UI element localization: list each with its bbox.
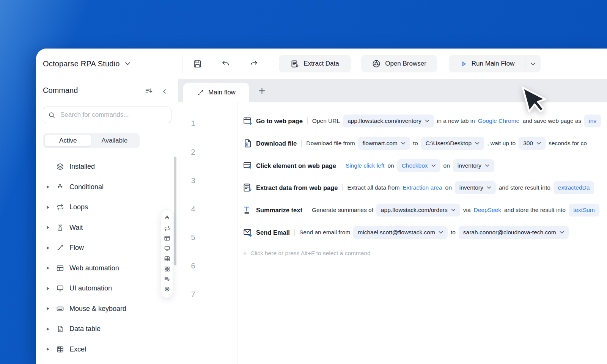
step-text: in a new tab in [437, 118, 475, 124]
task-list-icon[interactable] [164, 276, 170, 282]
extract-data-button[interactable]: Extract Data [279, 55, 351, 72]
step-text: on [443, 162, 450, 169]
browser-link[interactable]: Google Chrome [478, 118, 519, 124]
chevron-down-icon [431, 164, 436, 167]
source-dropdown[interactable]: app.flowstack.com/orders [376, 204, 460, 217]
save-button[interactable] [192, 58, 203, 69]
plus-icon: + [243, 249, 247, 257]
destination-dropdown[interactable]: C:\Users\Desktop [421, 137, 484, 150]
caret-right-icon[interactable] [46, 266, 50, 270]
step-label: Send Email [256, 229, 290, 236]
tab-available[interactable]: Available [91, 135, 138, 146]
header-divider [182, 55, 182, 72]
sidebar-item-flow[interactable]: Flow [36, 238, 178, 258]
caret-right-icon[interactable] [46, 225, 50, 230]
command-list: Installed Conditional Loops Wait Flow [36, 157, 178, 359]
caret-right-icon[interactable] [46, 286, 50, 291]
excel-icon[interactable] [164, 256, 170, 262]
caret-right-icon[interactable] [46, 185, 50, 189]
step-divider [294, 229, 295, 236]
variable-dropdown[interactable]: textSum [569, 204, 599, 217]
caret-right-icon[interactable] [46, 327, 50, 331]
caret-right-icon[interactable] [46, 347, 50, 351]
step-text: Open URL [312, 118, 340, 124]
element-dropdown[interactable]: Checkbox [397, 159, 440, 172]
chrome-icon [372, 59, 381, 68]
run-main-flow-button[interactable]: Run Main Flow [449, 55, 525, 72]
gutter-divider [237, 102, 237, 364]
sidebar-item-wait[interactable]: Wait [36, 218, 178, 238]
data-table-icon [56, 325, 64, 333]
dropdown-value: sarah.connor@cloudnova-tech.com [463, 229, 556, 236]
sidebar-item-ui-automation[interactable]: UI automation [36, 278, 178, 299]
from-email-dropdown[interactable]: michael.scott@flowstack.com [353, 226, 448, 239]
wait-icon [56, 224, 64, 232]
source-dropdown[interactable]: flowmart.com [358, 137, 410, 150]
step-label: Go to web page [256, 118, 303, 125]
ui-automation-icon[interactable] [164, 245, 170, 252]
page-dropdown[interactable]: inventory [453, 159, 494, 172]
flow-step-summarize-text[interactable]: Summarize text Generate summaries of app… [243, 202, 599, 218]
undo-button[interactable] [220, 58, 231, 69]
web-automation-icon [56, 264, 64, 272]
conditional-icon[interactable] [164, 215, 170, 221]
sidebar-item-data-table[interactable]: Data table [36, 319, 178, 339]
ui-automation-icon [56, 284, 64, 292]
step-text: on [445, 184, 452, 191]
variable-dropdown[interactable]: inv [584, 115, 601, 127]
caret-right-icon[interactable] [46, 246, 50, 250]
collapse-sidebar-button[interactable] [161, 88, 168, 95]
web-automation-icon[interactable] [164, 235, 170, 242]
sidebar-scrollbar[interactable] [174, 157, 176, 265]
caret-right-icon[interactable] [46, 205, 50, 210]
open-browser-button[interactable]: Open Browser [361, 55, 437, 72]
apps-grid-icon[interactable] [164, 266, 170, 272]
tab-main-flow-label: Main flow [208, 89, 236, 96]
command-search[interactable] [43, 107, 171, 123]
chevron-down-icon [485, 164, 489, 167]
variable-dropdown[interactable]: extractedDa [554, 181, 594, 194]
caret-right-icon[interactable] [46, 306, 50, 311]
dropdown-value: 300 [523, 140, 533, 147]
model-link[interactable]: DeepSeek [474, 207, 501, 213]
search-icon [48, 111, 56, 119]
step-label: Click element on web page [256, 162, 336, 169]
flow-step-go-to-web-page[interactable]: Go to web page Open URL app.flowstack.co… [243, 113, 601, 129]
flow-step-extract-data[interactable]: Extract data from web page Extract all d… [243, 180, 594, 195]
sidebar-item-conditional[interactable]: Conditional [36, 177, 178, 198]
extraction-area-link[interactable]: Extraction area [403, 184, 442, 191]
step-divider [301, 140, 302, 147]
step-text: and store the result into [504, 207, 566, 213]
timeout-dropdown[interactable]: 300 [519, 137, 546, 150]
flow-step-click-element[interactable]: Click element on web page Single click l… [243, 158, 494, 173]
flow-step-download-file[interactable]: Download file Download file from flowmar… [243, 136, 587, 151]
loops-icon[interactable] [164, 225, 170, 232]
step-divider [307, 118, 308, 124]
redo-button[interactable] [248, 58, 259, 69]
tab-active[interactable]: Active [45, 135, 91, 146]
sidebar-item-loops[interactable]: Loops [36, 197, 178, 218]
search-input[interactable] [60, 111, 167, 119]
add-command-hint[interactable]: + Click here or press Alt+F to select a … [243, 249, 371, 257]
sidebar-item-label: Web automation [69, 264, 119, 272]
step-text: Extract all data from [347, 184, 399, 191]
sidebar-item-mouse-keyboard[interactable]: Mouse & keyboard [36, 299, 178, 319]
row-number: 3 [178, 176, 208, 185]
sort-button[interactable] [145, 87, 154, 96]
ai-icon[interactable] [164, 286, 170, 292]
app-menu[interactable]: Octoparse RPA Studio [43, 49, 131, 79]
sidebar-item-excel[interactable]: Excel [36, 339, 178, 360]
page-dropdown[interactable]: inventory [455, 181, 496, 194]
run-options-button[interactable] [525, 55, 541, 72]
to-email-dropdown[interactable]: sarah.connor@cloudnova-tech.com [459, 226, 569, 239]
flow-tabstrip: Main flow [178, 79, 607, 102]
add-tab-button[interactable] [257, 86, 266, 95]
tab-main-flow[interactable]: Main flow [183, 83, 249, 102]
url-dropdown[interactable]: app.flowstack.com/inventory [343, 115, 434, 127]
chevron-left-icon [161, 88, 168, 95]
row-number: 6 [178, 262, 208, 270]
sidebar-item-installed[interactable]: Installed [36, 157, 178, 177]
flow-step-send-email[interactable]: Send Email Send an email from michael.sc… [243, 225, 569, 240]
click-type-link[interactable]: Single click left [346, 162, 385, 169]
sidebar-item-web-automation[interactable]: Web automation [36, 258, 178, 279]
